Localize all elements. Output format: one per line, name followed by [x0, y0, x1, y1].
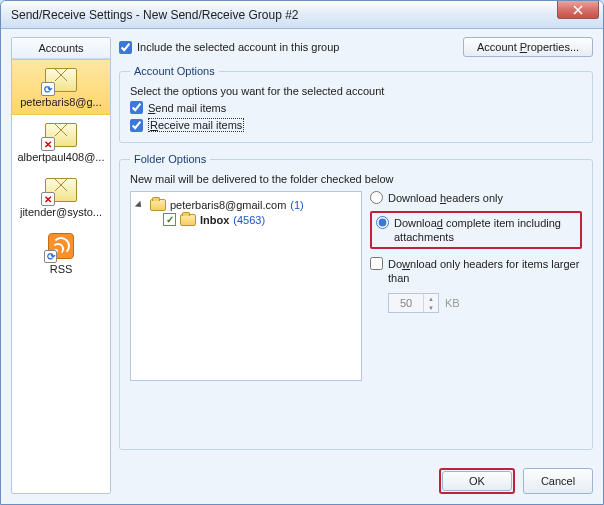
size-input[interactable] — [389, 294, 423, 312]
download-complete-radio-label[interactable]: Download complete item including attachm… — [376, 216, 576, 244]
folder-options-desc: New mail will be delivered to the folder… — [130, 173, 582, 185]
download-limit-check-label[interactable]: Download only headers for items larger t… — [370, 257, 582, 285]
send-mail-checkbox[interactable] — [130, 101, 143, 114]
window-title: Send/Receive Settings - New Send/Receive… — [11, 8, 299, 22]
account-options-group: Account Options Select the options you w… — [119, 65, 593, 143]
account-item[interactable]: ✕ albertpaul408@... — [12, 115, 110, 170]
ok-button[interactable]: OK — [442, 471, 512, 491]
account-item[interactable]: ⟳ peterbaris8@g... — [12, 59, 110, 115]
account-options-desc: Select the options you want for the sele… — [130, 85, 582, 97]
highlighted-option: Download complete item including attachm… — [370, 211, 582, 249]
size-spinner[interactable]: ▲▼ — [388, 293, 439, 313]
account-options-legend: Account Options — [130, 65, 219, 77]
account-item[interactable]: ✕ jitender@systo... — [12, 170, 110, 225]
mail-account-icon: ⟳ — [45, 68, 77, 92]
close-window-button[interactable] — [557, 1, 599, 19]
account-item-rss[interactable]: ⟳ RSS — [12, 225, 110, 282]
folder-options-legend: Folder Options — [130, 153, 210, 165]
accounts-header: Accounts — [12, 38, 110, 59]
ok-highlight: OK — [439, 468, 515, 494]
download-limit-checkbox[interactable] — [370, 257, 383, 270]
include-account-checkbox[interactable] — [119, 41, 132, 54]
account-label: peterbaris8@g... — [20, 96, 102, 108]
tree-inbox-row[interactable]: ✓ Inbox (4563) — [163, 212, 355, 227]
close-icon — [573, 5, 583, 15]
title-bar: Send/Receive Settings - New Send/Receive… — [1, 1, 603, 29]
folder-tree[interactable]: peterbaris8@gmail.com (1) ✓ Inbox (4563) — [130, 191, 362, 381]
account-properties-button[interactable]: Account Properties... — [463, 37, 593, 57]
cancel-button[interactable]: Cancel — [523, 468, 593, 494]
mail-account-icon: ✕ — [45, 123, 77, 147]
folder-check-icon[interactable]: ✓ — [163, 213, 176, 226]
expand-collapse-icon[interactable] — [137, 201, 146, 210]
folder-icon — [150, 199, 166, 211]
account-label: albertpaul408@... — [17, 151, 104, 163]
download-headers-radio[interactable] — [370, 191, 383, 204]
mail-account-icon: ✕ — [45, 178, 77, 202]
account-label: jitender@systo... — [20, 206, 102, 218]
spin-up-icon[interactable]: ▲ — [424, 294, 438, 303]
download-complete-radio[interactable] — [376, 216, 389, 229]
accounts-panel: Accounts ⟳ peterbaris8@g... ✕ albertpaul… — [11, 37, 111, 494]
include-account-checkbox-label[interactable]: Include the selected account in this gro… — [119, 41, 339, 54]
account-label: RSS — [50, 263, 73, 275]
folder-icon — [180, 214, 196, 226]
receive-mail-checkbox[interactable] — [130, 119, 143, 132]
spin-down-icon[interactable]: ▼ — [424, 303, 438, 312]
tree-root-row[interactable]: peterbaris8@gmail.com (1) — [137, 198, 355, 212]
rss-icon: ⟳ — [48, 233, 74, 259]
download-headers-radio-label[interactable]: Download headers only — [370, 191, 582, 205]
kb-label: KB — [445, 297, 460, 309]
folder-options-group: Folder Options New mail will be delivere… — [119, 153, 593, 450]
